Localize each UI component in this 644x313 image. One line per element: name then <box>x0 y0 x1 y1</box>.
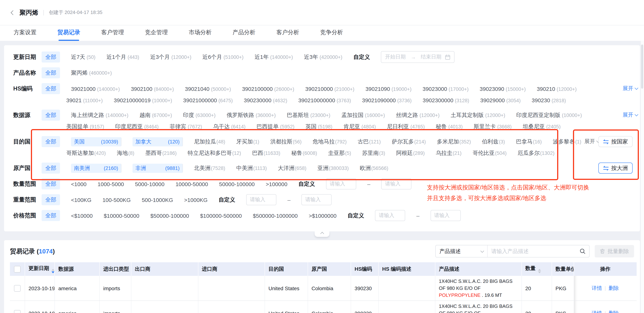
filter-option[interactable]: 3902300000(3128) <box>423 97 469 103</box>
filter-option[interactable]: 欧洲(56566) <box>360 165 388 172</box>
filter-option[interactable]: 390210000(21000+) <box>305 85 354 92</box>
detail-link[interactable]: 详情 <box>592 285 602 291</box>
filter-option[interactable]: 39023090(15000+) <box>480 85 526 92</box>
search-input[interactable]: 请输入产品描述 <box>488 245 589 257</box>
filter-option[interactable]: 尼日利亚(4765) <box>387 123 425 130</box>
filter-all-chip[interactable]: 全部 <box>42 163 60 174</box>
sort-icons[interactable] <box>51 269 54 273</box>
filter-option[interactable]: 墨西哥(2186) <box>145 150 177 157</box>
detail-link[interactable]: 详情 <box>592 310 602 313</box>
filter-option[interactable]: 乌拉圭(21) <box>436 150 462 157</box>
filter-option[interactable]: 孟加拉国(16000+) <box>341 112 385 119</box>
back-button[interactable] <box>9 9 16 16</box>
filter-option[interactable]: 39021(11000+) <box>66 97 103 103</box>
filter-option[interactable]: 海上丝绸之路(140000+) <box>71 112 128 119</box>
range-input[interactable]: 请输入 <box>246 194 276 205</box>
tab-客户管理[interactable]: 客户管理 <box>101 25 124 41</box>
filter-option[interactable]: 近1个月(443) <box>106 53 139 60</box>
date-range-input[interactable]: 开始日期→结束日期 <box>381 51 455 63</box>
bulk-delete-button[interactable]: 批量删除 <box>595 245 634 258</box>
filter-option[interactable]: 1000-5000 <box>98 181 124 187</box>
row-checkbox[interactable] <box>14 310 20 313</box>
filter-option[interactable]: 秘鲁(6008) <box>291 150 317 157</box>
expand-toggle[interactable]: 展开 <box>623 85 638 92</box>
filter-option[interactable]: 俄罗斯铁路(36000+) <box>227 112 276 119</box>
filter-option[interactable]: 多米尼加(352) <box>437 138 471 145</box>
filter-option[interactable]: 丝绸之路(12000+) <box>396 112 440 119</box>
delete-link[interactable]: 删除 <box>608 285 619 291</box>
delete-link[interactable]: 删除 <box>608 310 619 313</box>
range-input[interactable]: 请输入 <box>382 178 412 189</box>
filter-option[interactable]: <1000 <box>71 181 86 187</box>
filter-option[interactable]: 39029000(3054) <box>480 97 521 103</box>
filter-option[interactable]: 39021090(19000+) <box>366 85 412 92</box>
filter-option[interactable]: 加拿大(120) <box>132 137 183 146</box>
filter-option[interactable]: 聚丙烯(460000+) <box>71 69 112 76</box>
filter-option[interactable]: 大洋洲(658) <box>278 165 306 172</box>
filter-option[interactable]: 南美洲(2160) <box>71 163 122 173</box>
filter-option[interactable]: 美国(10039) <box>71 137 122 146</box>
filter-option[interactable]: >1000KG <box>184 197 208 203</box>
filter-all-chip[interactable]: 全部 <box>42 178 60 189</box>
range-input[interactable]: 请输入 <box>430 210 461 221</box>
expand-toggle[interactable]: 展开 <box>623 111 638 118</box>
filter-option[interactable]: 印度(63000+) <box>183 112 216 119</box>
range-input[interactable]: 请输入 <box>375 210 405 221</box>
filter-option[interactable]: 厄瓜多尔(1302) <box>518 150 554 157</box>
filter-option[interactable]: 斯里兰卡(3668) <box>474 123 512 130</box>
column-header-数量[interactable]: 数量 <box>522 262 552 276</box>
filter-option[interactable]: 39023000(17000+) <box>422 85 468 92</box>
filter-option[interactable]: 3902100(84000+) <box>131 85 174 92</box>
filter-option[interactable]: 尼加拉瓜(48) <box>194 138 225 145</box>
filter-option[interactable]: 3902100000(26000+) <box>242 85 294 92</box>
filter-option[interactable]: 波多黎各(1) <box>553 138 581 145</box>
filter-option[interactable]: 古巴(121) <box>358 138 381 145</box>
custom-option[interactable]: 自定义 <box>348 212 364 219</box>
filter-option[interactable]: 390230(2818) <box>532 97 566 103</box>
sort-desc-icon[interactable] <box>538 271 541 273</box>
filter-option[interactable]: 39021000(140000+) <box>71 85 120 92</box>
collapse-filters-button[interactable] <box>315 231 329 237</box>
filter-option[interactable]: 近3年(420000+) <box>304 53 342 60</box>
filter-option[interactable]: $100000-500000 <box>200 212 242 219</box>
filter-option[interactable]: 100-500KG <box>102 197 131 203</box>
filter-option[interactable]: 近7天(50) <box>71 53 96 60</box>
filter-option[interactable]: 巴基斯坦(23000+) <box>287 112 330 119</box>
filter-all-chip[interactable]: 全部 <box>42 210 60 221</box>
filter-all-chip[interactable]: 全部 <box>42 67 60 78</box>
filter-option[interactable]: 土耳其定制版(12000+) <box>450 112 505 119</box>
filter-option[interactable]: 390210000019(10000+) <box>114 97 172 103</box>
filter-all-chip[interactable]: 全部 <box>42 110 60 121</box>
filter-all-chip[interactable]: 全部 <box>42 194 60 205</box>
tab-竞企管理[interactable]: 竞企管理 <box>145 25 168 41</box>
filter-option[interactable]: 洪都拉斯(56) <box>270 138 302 145</box>
scrollbar-thumb[interactable] <box>641 44 643 89</box>
tab-市场分析[interactable]: 市场分析 <box>189 25 212 41</box>
filter-all-chip[interactable]: 全部 <box>42 136 60 147</box>
filter-option[interactable]: 哥斯达黎加(420) <box>66 150 106 157</box>
filter-option[interactable]: 圭亚那(5) <box>328 150 351 157</box>
filter-option[interactable]: 特立尼达和多巴哥(12) <box>188 150 241 157</box>
search-icon[interactable] <box>580 248 586 254</box>
filter-option[interactable]: 390210000000(3763) <box>298 97 351 103</box>
column-header-更新日期[interactable]: 更新日期 <box>25 262 54 276</box>
expand-toggle[interactable]: 展开 <box>584 138 600 145</box>
tab-竞争分析[interactable]: 竞争分析 <box>320 25 343 41</box>
filter-option[interactable]: 美国提单(9157) <box>66 123 104 130</box>
filter-option[interactable]: <100KG <box>71 197 92 203</box>
custom-option[interactable]: 自定义 <box>218 196 235 203</box>
filter-option[interactable]: 牙买加(1) <box>236 138 259 145</box>
sort-asc-icon[interactable] <box>51 269 54 271</box>
filter-option[interactable]: 近3个月(12000+) <box>150 53 191 60</box>
filter-all-chip[interactable]: 全部 <box>42 51 60 62</box>
filter-option[interactable]: 英国(5198) <box>306 123 332 130</box>
switch-by-continent-button[interactable]: 按大洲 <box>598 163 632 174</box>
filter-option[interactable]: >100000 <box>266 181 288 187</box>
filter-option[interactable]: $10000-50000 <box>104 212 140 219</box>
filter-option[interactable]: 5000-10000 <box>135 181 164 187</box>
filter-option[interactable]: 巴拿马(16) <box>516 138 542 145</box>
row-checkbox[interactable] <box>14 285 20 292</box>
filter-option[interactable]: 印度尼西亚定制版(10000+) <box>516 112 582 119</box>
filter-option[interactable]: 39021040(50000+) <box>185 85 231 92</box>
custom-option[interactable]: 自定义 <box>298 180 315 187</box>
